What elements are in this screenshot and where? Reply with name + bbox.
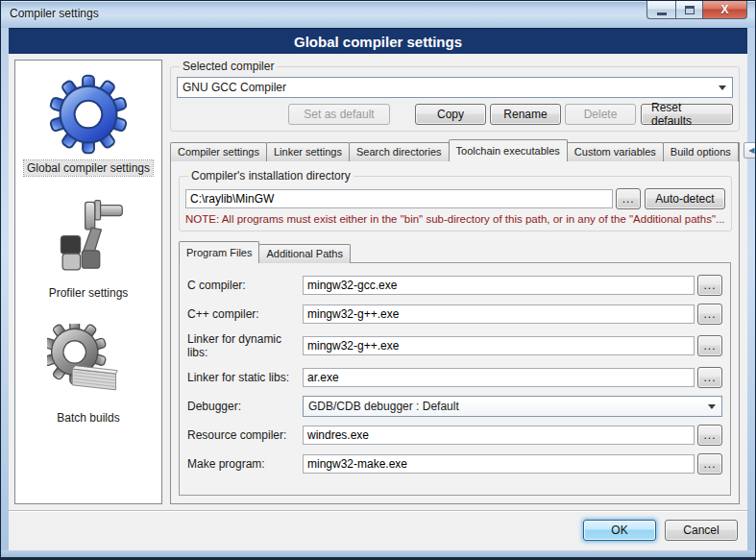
linker-dynamic-browse-button[interactable]: ... <box>697 335 722 356</box>
toolchain-executables-page: Compiler's installation directory ... Au… <box>170 160 740 504</box>
tab-scroll-arrows: ◀ ▶ <box>744 142 756 158</box>
sidebar-item-label: Batch builds <box>54 410 122 426</box>
debugger-select-value: GDB/CDB debugger : Default <box>308 400 459 413</box>
c-compiler-input[interactable] <box>303 276 695 295</box>
cpp-compiler-input[interactable] <box>303 304 695 324</box>
close-icon: X <box>720 3 728 16</box>
settings-tabs: Compiler settings Linker settings Search… <box>170 139 740 161</box>
window-bottom-border <box>1 550 755 557</box>
field-row-resource-compiler: Resource compiler: ... <box>187 425 722 446</box>
field-row-debugger: Debugger: GDB/CDB debugger : Default <box>187 396 722 417</box>
tab-build-options[interactable]: Build options <box>663 142 739 161</box>
rename-button[interactable]: Rename <box>490 104 561 125</box>
maximize-button[interactable] <box>675 1 702 19</box>
field-row-cpp-compiler: C++ compiler: ... <box>187 304 722 325</box>
compiler-buttons-row: Set as default Copy Rename Delete Reset … <box>177 104 733 125</box>
minimize-icon <box>657 12 667 15</box>
compiler-settings-window: Compiler settings X Global compiler sett… <box>0 0 756 560</box>
tab-scroll-left-icon[interactable]: ◀ <box>744 142 756 158</box>
gray-gear-stack-icon <box>44 322 133 406</box>
install-dir-group-label: Compiler's installation directory <box>188 169 354 183</box>
compiler-select-value: GNU GCC Compiler <box>183 81 286 94</box>
field-label: Linker for dynamic libs: <box>187 332 303 359</box>
copy-button[interactable]: Copy <box>415 104 486 125</box>
sidebar-item-label: Profiler settings <box>46 285 132 301</box>
field-label: Debugger: <box>187 400 303 413</box>
debugger-select[interactable]: GDB/CDB debugger : Default <box>303 396 722 417</box>
tab-toolchain-executables[interactable]: Toolchain executables <box>449 139 568 161</box>
page-title: Global compiler settings <box>9 28 747 54</box>
cancel-button[interactable]: Cancel <box>665 520 738 541</box>
field-label: Resource compiler: <box>187 428 303 442</box>
dialog-footer: OK Cancel <box>9 510 747 550</box>
install-dir-group: Compiler's installation directory ... Au… <box>179 169 732 231</box>
field-label: Make program: <box>187 457 303 471</box>
sidebar-item-profiler-settings[interactable]: Profiler settings <box>44 197 133 301</box>
field-row-make-program: Make program: ... <box>187 453 722 475</box>
set-as-default-button[interactable]: Set as default <box>288 104 390 125</box>
program-tabs: Program Files Additional Paths <box>179 241 731 263</box>
auto-detect-button[interactable]: Auto-detect <box>645 188 724 209</box>
field-row-c-compiler: C compiler: ... <box>187 275 722 296</box>
field-label: C++ compiler: <box>187 307 303 321</box>
reset-defaults-button[interactable]: Reset defaults <box>641 104 733 125</box>
selected-compiler-group: Selected compiler GNU GCC Compiler Set a… <box>170 60 740 132</box>
install-dir-input[interactable] <box>185 189 613 208</box>
linker-dynamic-input[interactable] <box>303 336 695 355</box>
dialog-body: Global compiler settings <box>9 54 747 550</box>
c-compiler-browse-button[interactable]: ... <box>697 275 722 296</box>
tab-partial[interactable] <box>738 142 740 161</box>
field-row-linker-dynamic: Linker for dynamic libs: ... <box>187 332 722 359</box>
resource-compiler-input[interactable] <box>303 426 695 445</box>
field-label: C compiler: <box>187 279 303 292</box>
install-dir-browse-button[interactable]: ... <box>616 188 641 209</box>
tab-program-files[interactable]: Program Files <box>179 241 259 263</box>
field-label: Linker for static libs: <box>187 371 303 384</box>
titlebar: Compiler settings X <box>1 1 755 28</box>
settings-sidebar: Global compiler settings <box>14 60 162 504</box>
linker-static-browse-button[interactable]: ... <box>697 367 722 388</box>
delete-button[interactable]: Delete <box>565 104 636 125</box>
sidebar-item-label: Global compiler settings <box>24 160 153 176</box>
make-program-browse-button[interactable]: ... <box>697 453 722 475</box>
make-program-input[interactable] <box>303 454 695 474</box>
tab-compiler-settings[interactable]: Compiler settings <box>170 142 267 161</box>
tab-custom-variables[interactable]: Custom variables <box>567 142 664 161</box>
sidebar-item-global-compiler-settings[interactable]: Global compiler settings <box>24 72 153 176</box>
chevron-down-icon <box>708 404 716 409</box>
linker-static-input[interactable] <box>303 368 695 387</box>
tab-linker-settings[interactable]: Linker settings <box>266 142 350 161</box>
sidebar-item-batch-builds[interactable]: Batch builds <box>44 322 133 426</box>
minimize-button[interactable] <box>646 1 675 19</box>
tab-additional-paths[interactable]: Additional Paths <box>258 244 351 263</box>
cpp-compiler-browse-button[interactable]: ... <box>697 304 722 325</box>
main-panel: Selected compiler GNU GCC Compiler Set a… <box>170 60 740 504</box>
tab-search-directories[interactable]: Search directories <box>349 142 450 161</box>
ok-button[interactable]: OK <box>583 520 656 541</box>
selected-compiler-group-label: Selected compiler <box>180 60 277 73</box>
compiler-select[interactable]: GNU GCC Compiler <box>177 77 733 98</box>
install-dir-note: NOTE: All programs must exist either in … <box>185 213 725 225</box>
caliper-icon <box>44 197 133 281</box>
caption-buttons: X <box>646 1 747 19</box>
chevron-down-icon <box>719 85 726 90</box>
field-row-linker-static: Linker for static libs: ... <box>187 367 722 388</box>
window-title: Compiler settings <box>10 7 99 20</box>
close-button[interactable]: X <box>702 1 747 19</box>
resource-compiler-browse-button[interactable]: ... <box>697 425 722 446</box>
maximize-icon <box>685 6 695 14</box>
blue-gear-icon <box>44 72 133 157</box>
program-files-page: C compiler: ... C++ compiler: ... Linker… <box>179 262 731 496</box>
